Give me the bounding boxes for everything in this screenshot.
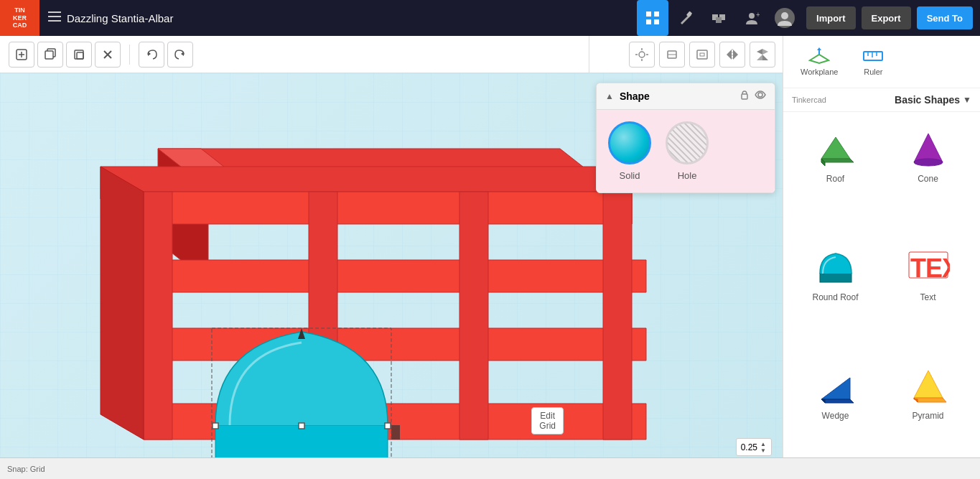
- right-panel: Workplane Ruler Tinkercad Basic Shapes ▼: [783, 36, 980, 479]
- step-up-button[interactable]: ▲: [760, 441, 767, 447]
- solid-option[interactable]: Solid: [608, 121, 651, 181]
- svg-rect-21: [77, 52, 83, 59]
- cone-label: Cone: [918, 174, 938, 184]
- blocks-icon-button[interactable]: [703, 0, 734, 36]
- shape-panel-header: ▲ Shape: [597, 83, 775, 110]
- copy-button[interactable]: [66, 42, 92, 68]
- svg-marker-103: [821, 399, 825, 403]
- svg-text:+: +: [756, 11, 760, 19]
- shape-panel-collapse-button[interactable]: ▲: [605, 91, 614, 101]
- workplane-label: Workplane: [801, 68, 838, 76]
- menu-icon[interactable]: [48, 11, 61, 24]
- undo-button[interactable]: [139, 42, 164, 68]
- svg-rect-75: [385, 423, 391, 429]
- svg-marker-24: [148, 52, 151, 56]
- hammer-icon-button[interactable]: [670, 0, 701, 36]
- wedge-label: Wedge: [822, 411, 849, 421]
- svg-marker-96: [914, 134, 943, 162]
- hole-option[interactable]: Hole: [666, 121, 709, 181]
- shape-item-wedge[interactable]: Wedge: [789, 355, 882, 473]
- svg-marker-93: [821, 137, 850, 159]
- flip-button[interactable]: [719, 42, 745, 68]
- logo-icon: TINKERCAD: [13, 6, 27, 29]
- export-button[interactable]: Export: [862, 6, 911, 29]
- svg-marker-59: [144, 260, 646, 292]
- svg-rect-6: [654, 19, 659, 24]
- svg-rect-20: [75, 50, 83, 59]
- shape-item-cone[interactable]: Cone: [882, 118, 974, 236]
- roof-label: Roof: [826, 174, 844, 184]
- svg-point-26: [639, 52, 645, 57]
- workplane-button[interactable]: Workplane: [792, 43, 846, 80]
- undo-redo-tools: [139, 42, 193, 68]
- add-user-icon-button[interactable]: +: [736, 0, 767, 36]
- roof-icon: [814, 126, 857, 169]
- step-control: 0.25 ▲ ▼: [736, 438, 772, 456]
- step-spinner[interactable]: ▲ ▼: [760, 441, 767, 453]
- wedge-icon: [814, 363, 857, 406]
- grid-view-button[interactable]: [637, 0, 668, 36]
- svg-marker-94: [821, 159, 854, 162]
- redo-button[interactable]: [167, 42, 193, 68]
- cone-icon: [907, 126, 950, 169]
- new-shape-button[interactable]: [9, 42, 34, 68]
- shape-item-roof[interactable]: Roof: [789, 118, 882, 236]
- svg-rect-19: [45, 51, 53, 59]
- bottom-bar: Snap: Grid: [0, 457, 980, 479]
- snap-indicator: Snap: Grid: [7, 465, 45, 473]
- svg-rect-4: [654, 11, 659, 17]
- mirror-button[interactable]: [750, 42, 775, 68]
- svg-rect-3: [646, 11, 651, 17]
- svg-rect-33: [697, 50, 707, 59]
- align-left-button[interactable]: [659, 42, 685, 68]
- svg-marker-102: [821, 399, 854, 403]
- shape-item-pyramid[interactable]: Pyramid: [882, 355, 974, 473]
- lock-icon[interactable]: [739, 89, 750, 103]
- step-down-button[interactable]: ▼: [760, 447, 767, 453]
- svg-rect-89: [864, 52, 882, 60]
- svg-marker-58: [129, 192, 632, 224]
- project-name[interactable]: Dazzling Stantia-Albar: [67, 12, 173, 24]
- svg-marker-55: [101, 167, 632, 192]
- svg-point-85: [758, 93, 762, 97]
- project-name-area: Dazzling Stantia-Albar: [39, 11, 182, 24]
- shape-panel-icons: [739, 89, 766, 103]
- bottom-controls: Edit Grid 0.25 ▲ ▼: [736, 438, 772, 456]
- import-button[interactable]: Import: [806, 6, 855, 29]
- align-center-button[interactable]: [689, 42, 715, 68]
- svg-marker-88: [817, 47, 821, 50]
- avatar[interactable]: [769, 0, 801, 36]
- svg-rect-0: [48, 11, 61, 13]
- svg-rect-74: [299, 423, 304, 429]
- svg-point-11: [749, 13, 755, 19]
- svg-marker-62: [144, 192, 172, 440]
- logo-area[interactable]: TINKERCAD: [0, 0, 39, 36]
- ruler-button[interactable]: Ruler: [854, 43, 892, 80]
- viewport-toolbar: [589, 36, 783, 73]
- svg-point-14: [781, 12, 788, 19]
- solid-circle: [608, 121, 651, 164]
- shapes-dropdown[interactable]: Basic Shapes ▼: [895, 94, 971, 106]
- send-to-button[interactable]: Send To: [917, 6, 973, 29]
- svg-marker-65: [459, 192, 488, 440]
- shape-item-round-roof[interactable]: Round Roof: [789, 236, 882, 355]
- svg-rect-1: [48, 16, 61, 17]
- svg-marker-101: [821, 378, 850, 399]
- svg-marker-66: [101, 167, 144, 440]
- round-roof-label: Round Roof: [812, 292, 858, 302]
- svg-rect-5: [646, 19, 651, 24]
- shapes-grid: Roof Cone Round Roof TEXT Text: [783, 112, 980, 479]
- shape-panel: ▲ Shape Solid Hole: [596, 83, 775, 193]
- dropdown-arrow-icon: ▼: [963, 95, 971, 105]
- shape-item-text[interactable]: TEXT Text: [882, 236, 974, 355]
- svg-rect-34: [700, 53, 704, 56]
- basic-shapes-label: Basic Shapes: [895, 94, 960, 106]
- svg-rect-84: [742, 94, 747, 99]
- svg-marker-104: [914, 371, 943, 398]
- delete-button[interactable]: [95, 42, 121, 68]
- visibility-icon[interactable]: [755, 89, 766, 103]
- edit-grid-button[interactable]: Edit Grid: [531, 407, 564, 434]
- duplicate-button[interactable]: [37, 42, 63, 68]
- svg-rect-7: [686, 11, 692, 17]
- light-icon-button[interactable]: [629, 42, 655, 68]
